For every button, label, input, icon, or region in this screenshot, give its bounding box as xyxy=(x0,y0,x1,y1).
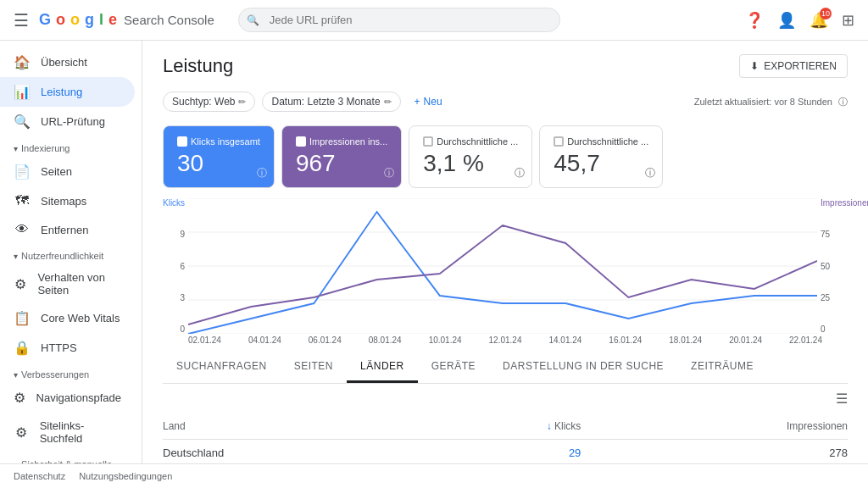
y-right-0: 0 xyxy=(821,324,848,334)
search-input[interactable] xyxy=(238,8,560,32)
metric-label-ctr: Durchschnittliche ... xyxy=(423,136,518,147)
x-label-4: 10.01.24 xyxy=(429,336,462,345)
metric-value-clicks: 30 xyxy=(177,150,260,177)
chart-area: Klicks 9 6 3 0 xyxy=(142,198,868,345)
info-icon-impressions[interactable]: ⓘ xyxy=(384,166,394,180)
section-verbesserungen: ▾ Verbesserungen xyxy=(0,363,142,383)
info-icon-clicks[interactable]: ⓘ xyxy=(257,166,267,180)
y-right-50: 50 xyxy=(821,262,848,271)
checkbox-impressions[interactable] xyxy=(296,136,306,147)
tab-queries[interactable]: SUCHANFRAGEN xyxy=(163,352,281,383)
notifications-icon[interactable]: 🔔 10 xyxy=(810,11,828,30)
sort-arrow-icon: ↓ xyxy=(547,420,554,432)
metric-card-clicks[interactable]: Klicks insgesamt 30 ⓘ xyxy=(163,125,275,188)
main-layout: 🏠 Übersicht 📊 Leistung 🔍 URL-Prüfung ▾ I… xyxy=(0,41,868,463)
section-security[interactable]: ▸ Sicherheit & manuelle Maßnahmen xyxy=(0,452,142,463)
sitelinks-icon: ⚙ xyxy=(14,424,30,441)
date-filter[interactable]: Datum: Letzte 3 Monate ✏ xyxy=(262,92,400,112)
menu-icon[interactable]: ☰ xyxy=(14,10,29,30)
sidebar-item-nav[interactable]: ⚙ Navigationspfade xyxy=(0,383,135,413)
sidebar-item-page-experience[interactable]: ⚙ Verhalten von Seiten xyxy=(0,264,135,303)
metric-card-impressions[interactable]: Impressionen ins... 967 ⓘ xyxy=(281,125,402,188)
x-label-6: 14.01.24 xyxy=(548,336,581,345)
sidebar-item-cwv[interactable]: 📋 Core Web Vitals xyxy=(0,303,135,333)
app-title: Search Console xyxy=(124,13,214,27)
account-icon[interactable]: 👤 xyxy=(777,11,796,30)
sidebar-label-performance: Leistung xyxy=(41,86,82,98)
sidebar-item-sitemaps[interactable]: 🗺 Sitemaps xyxy=(0,186,135,215)
sidebar-label-page-exp: Verhalten von Seiten xyxy=(37,271,121,297)
y-left-3: 3 xyxy=(163,293,185,302)
sidebar-label-sitemaps: Sitemaps xyxy=(41,195,86,208)
metric-value-ctr: 3,1 % xyxy=(423,150,518,177)
table-filter-icon[interactable]: ☰ xyxy=(836,391,848,407)
metric-label-clicks: Klicks insgesamt xyxy=(177,136,260,147)
x-label-3: 08.01.24 xyxy=(369,336,402,345)
section-label-verbesserungen: Verbesserungen xyxy=(21,369,89,380)
col-header-impressions: Impressionen xyxy=(581,413,848,440)
col-header-clicks[interactable]: ↓ Klicks xyxy=(431,413,581,440)
info-icon-ctr[interactable]: ⓘ xyxy=(515,166,525,180)
col-header-country: Land xyxy=(163,413,431,440)
sidebar-item-removals[interactable]: 👁 Entfernen xyxy=(0,215,135,244)
sidebar-label-pages: Seiten xyxy=(41,165,72,178)
search-sidebar-icon: 🔍 xyxy=(14,114,31,130)
pencil-icon: ✏ xyxy=(238,97,246,108)
apps-icon[interactable]: ⊞ xyxy=(842,11,854,30)
info-icon-position[interactable]: ⓘ xyxy=(645,166,655,180)
x-label-8: 18.01.24 xyxy=(669,336,702,345)
y-right-label: Impressionen xyxy=(821,198,848,208)
checkbox-clicks[interactable] xyxy=(177,136,187,147)
sidebar-item-performance[interactable]: 📊 Leistung xyxy=(0,77,135,107)
cell-clicks: 29 xyxy=(431,440,581,464)
table-section: ☰ Land ↓ Klicks Impressionen xyxy=(142,384,868,463)
plus-icon: + xyxy=(415,96,420,108)
section-label-nutzer: Nutzerfreundlichkeit xyxy=(21,251,103,261)
sidebar-label-sitelinks: Sitelinks-Suchfeld xyxy=(40,419,121,445)
table-filter-row: ☰ xyxy=(163,384,848,413)
terms-link[interactable]: Nutzungsbedingungen xyxy=(79,471,172,481)
sidebar-item-url-inspection[interactable]: 🔍 URL-Prüfung xyxy=(0,107,135,136)
tab-pages[interactable]: SEITEN xyxy=(281,352,347,383)
y-left-6: 6 xyxy=(163,262,185,271)
lock-icon: 🔒 xyxy=(14,340,31,356)
x-label-10: 22.01.24 xyxy=(789,336,822,345)
sidebar-item-https[interactable]: 🔒 HTTPS xyxy=(0,333,135,363)
search-bar[interactable] xyxy=(238,8,560,32)
metric-card-position[interactable]: Durchschnittliche ... 45,7 ⓘ xyxy=(539,125,663,188)
sidebar: 🏠 Übersicht 📊 Leistung 🔍 URL-Prüfung ▾ I… xyxy=(0,41,142,463)
chart-icon: 📊 xyxy=(14,84,31,100)
section-indexierung: ▾ Indexierung xyxy=(0,136,142,157)
sidebar-label-overview: Übersicht xyxy=(41,56,87,69)
privacy-link[interactable]: Datenschutz xyxy=(14,471,65,481)
export-button[interactable]: ⬇ EXPORTIEREN xyxy=(739,54,848,78)
tab-devices[interactable]: GERÄTE xyxy=(418,352,489,383)
help-icon[interactable]: ❓ xyxy=(745,11,764,30)
pages-icon: 📄 xyxy=(14,164,31,180)
search-type-label: Suchtyp: Web xyxy=(172,96,235,108)
y-right-75: 75 xyxy=(821,230,848,239)
add-filter-button[interactable]: + Neu xyxy=(408,92,449,111)
page-exp-icon: ⚙ xyxy=(14,276,27,292)
tab-countries[interactable]: LÄNDER xyxy=(347,352,418,383)
search-type-filter[interactable]: Suchtyp: Web ✏ xyxy=(163,92,255,112)
filter-bar: Suchtyp: Web ✏ Datum: Letzte 3 Monate ✏ … xyxy=(142,85,868,119)
metric-card-ctr[interactable]: Durchschnittliche ... 3,1 % ⓘ xyxy=(409,125,532,188)
topbar-actions: ❓ 👤 🔔 10 ⊞ xyxy=(745,11,854,30)
cell-country: Deutschland xyxy=(163,440,431,464)
checkbox-position[interactable] xyxy=(554,136,564,147)
sitemaps-icon: 🗺 xyxy=(14,193,31,208)
sidebar-item-overview[interactable]: 🏠 Übersicht xyxy=(0,47,135,77)
checkbox-ctr[interactable] xyxy=(423,136,433,147)
tab-dates[interactable]: ZEITRÄUME xyxy=(677,352,767,383)
last-updated: Zuletzt aktualisiert: vor 8 Stunden ⓘ xyxy=(694,96,848,108)
nav-icon: ⚙ xyxy=(14,390,26,406)
x-label-5: 12.01.24 xyxy=(489,336,522,345)
tab-appearance[interactable]: DARSTELLUNG IN DER SUCHE xyxy=(489,352,677,383)
table-row: Deutschland 29 278 xyxy=(163,440,848,464)
sidebar-item-pages[interactable]: 📄 Seiten xyxy=(0,157,135,186)
logo: Google Search Console xyxy=(39,11,214,29)
sidebar-item-sitelinks[interactable]: ⚙ Sitelinks-Suchfeld xyxy=(0,413,135,452)
content-header: Leistung ⬇ EXPORTIEREN xyxy=(142,41,868,85)
x-label-2: 06.01.24 xyxy=(309,336,342,345)
